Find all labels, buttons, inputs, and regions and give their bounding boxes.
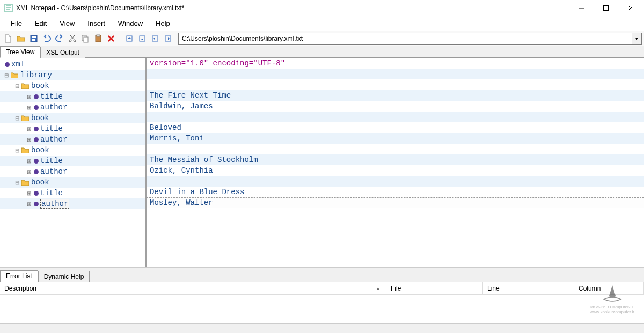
tree-node-title[interactable]: ⊞title [0, 188, 145, 198]
nudge-left-icon[interactable] [149, 33, 161, 45]
element-icon [34, 127, 39, 131]
value-title[interactable]: The Messiah of Stockholm [147, 154, 644, 165]
menu-edit[interactable]: Edit [28, 17, 53, 29]
copy-icon[interactable] [79, 33, 91, 45]
expand-icon[interactable]: ⊞ [26, 105, 32, 110]
watermark: MSc-PhD Computer-IT www.konkurcomputer.i… [590, 284, 634, 314]
delete-icon[interactable] [105, 33, 117, 45]
tree-node-xml[interactable]: xml [0, 59, 145, 70]
tab-dynamic-help[interactable]: Dynamic Help [38, 271, 90, 282]
tree-node-book[interactable]: ⊟book [0, 145, 145, 156]
collapse-icon[interactable]: ⊟ [3, 72, 10, 78]
close-button[interactable] [618, 0, 643, 16]
element-icon [34, 94, 39, 99]
maximize-button[interactable] [594, 0, 618, 16]
new-file-icon[interactable] [2, 33, 14, 45]
value-title[interactable]: Devil in a Blue Dress [147, 187, 644, 197]
svg-point-8 [69, 40, 71, 42]
value-author[interactable]: Ozick, Cynthia [147, 165, 644, 176]
expand-icon[interactable]: ⊞ [26, 201, 32, 207]
nudge-right-icon[interactable] [162, 33, 174, 45]
status-bar [0, 323, 644, 333]
window-controls [569, 0, 643, 16]
paste-icon[interactable] [92, 33, 104, 45]
tree-node-book[interactable]: ⊟book [0, 80, 145, 91]
menu-window[interactable]: Window [112, 17, 149, 29]
app-icon [4, 4, 13, 12]
cut-icon[interactable] [67, 33, 78, 45]
value-empty [147, 69, 644, 79]
expand-icon[interactable]: ⊞ [26, 190, 32, 196]
collapse-icon[interactable]: ⊟ [14, 115, 20, 121]
minimize-button[interactable] [569, 0, 594, 16]
svg-rect-7 [32, 39, 35, 41]
value-author-selected[interactable]: Mosley, Walter [147, 197, 644, 208]
folder-icon [21, 83, 29, 89]
value-xml-decl[interactable]: version="1.0" encoding="UTF-8" [147, 58, 644, 69]
tree-node-author[interactable]: ⊞author [0, 166, 145, 177]
tab-error-list[interactable]: Error List [0, 270, 38, 282]
tree-node-author[interactable]: ⊞author [0, 134, 145, 145]
svg-rect-2 [604, 5, 609, 10]
tab-tree-view[interactable]: Tree View [0, 46, 40, 58]
path-combo: ▾ [178, 33, 642, 45]
expand-icon[interactable]: ⊞ [26, 169, 32, 175]
tree-node-library[interactable]: ⊟library [0, 70, 145, 80]
path-input[interactable] [178, 33, 632, 45]
nudge-up-icon[interactable] [123, 33, 135, 45]
value-author[interactable]: Morris, Toni [147, 133, 644, 144]
col-file[interactable]: File [386, 282, 483, 294]
tree-node-author-selected[interactable]: ⊞author [0, 198, 145, 209]
nudge-down-icon[interactable] [136, 33, 148, 45]
watermark-icon [602, 284, 623, 304]
svg-point-9 [74, 40, 76, 42]
tree-node-title[interactable]: ⊞title [0, 156, 145, 166]
menu-insert[interactable]: Insert [81, 17, 112, 29]
value-title[interactable]: The Fire Next Time [147, 90, 644, 101]
expand-icon[interactable]: ⊞ [26, 158, 32, 164]
undo-icon[interactable] [41, 33, 53, 45]
save-icon[interactable] [28, 33, 40, 45]
folder-icon [21, 179, 29, 186]
open-file-icon[interactable] [15, 33, 27, 45]
redo-icon[interactable] [54, 33, 65, 45]
menu-file[interactable]: File [4, 17, 28, 29]
element-icon [34, 159, 39, 164]
tree-node-title[interactable]: ⊞title [0, 123, 145, 134]
element-icon [34, 169, 39, 174]
tab-xsl-output[interactable]: XSL Output [40, 47, 85, 58]
error-list-header: Description▲ File Line Column [0, 282, 644, 295]
collapse-icon[interactable]: ⊟ [14, 83, 20, 89]
expand-icon[interactable]: ⊞ [26, 126, 32, 132]
bottom-tabstrip: Error List Dynamic Help [0, 270, 644, 282]
tree-node-book[interactable]: ⊟book [0, 113, 145, 123]
col-description[interactable]: Description▲ [0, 282, 386, 294]
value-empty [147, 144, 644, 154]
error-list-body[interactable] [0, 295, 644, 323]
element-icon [34, 202, 39, 206]
watermark-text1: MSc-PhD Computer-IT [590, 305, 634, 309]
path-dropdown-button[interactable]: ▾ [632, 33, 642, 45]
value-pane[interactable]: version="1.0" encoding="UTF-8" The Fire … [147, 58, 644, 267]
collapse-icon[interactable]: ⊟ [14, 180, 20, 186]
value-author[interactable]: Baldwin, James [147, 101, 644, 112]
expand-icon[interactable]: ⊞ [26, 94, 32, 100]
svg-rect-13 [97, 35, 100, 36]
collapse-icon[interactable]: ⊟ [14, 147, 20, 153]
menu-view[interactable]: View [53, 17, 81, 29]
title-bar: XML Notepad - C:\Users\ploshin\Documents… [0, 0, 644, 16]
value-title[interactable]: Beloved [147, 122, 644, 133]
tree-node-title[interactable]: ⊞title [0, 91, 145, 102]
tree-node-book[interactable]: ⊟book [0, 177, 145, 188]
expand-icon[interactable]: ⊞ [26, 137, 32, 143]
tree-node-author[interactable]: ⊞author [0, 102, 145, 113]
col-line[interactable]: Line [483, 282, 574, 294]
menu-help[interactable]: Help [149, 17, 177, 29]
svg-rect-11 [84, 37, 88, 42]
main-tabstrip: Tree View XSL Output [0, 46, 644, 58]
folder-icon [11, 72, 18, 78]
tree-pane[interactable]: xml ⊟library ⊟book ⊞title ⊞author ⊟book … [0, 58, 147, 267]
value-empty [147, 176, 644, 187]
value-empty [147, 112, 644, 122]
menu-bar: File Edit View Insert Window Help [0, 16, 644, 31]
